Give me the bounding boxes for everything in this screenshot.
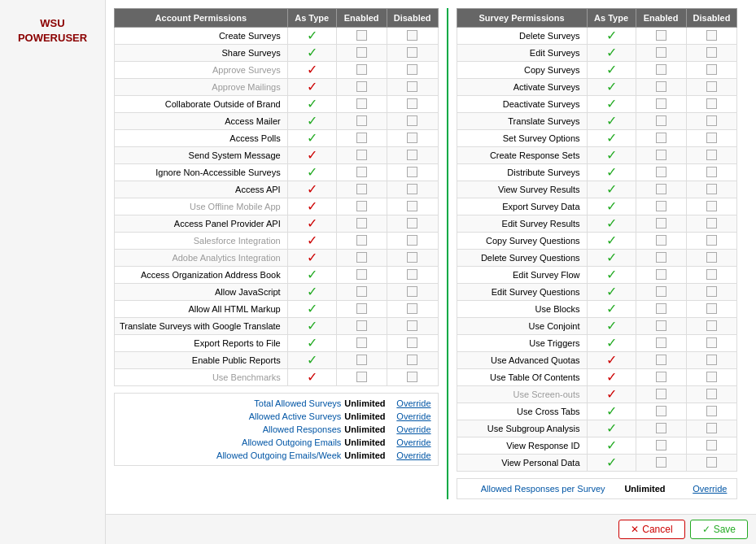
disabled-checkbox[interactable] [706,47,717,58]
enabled-checkbox[interactable] [656,64,666,75]
account-perm-disabled[interactable] [387,284,438,301]
survey-perm-type[interactable]: ✓ [587,164,636,181]
account-perm-disabled[interactable] [387,233,438,250]
enabled-checkbox[interactable] [656,423,666,433]
account-perm-enabled[interactable] [336,233,387,250]
account-perm-enabled[interactable] [336,62,387,79]
override-link[interactable]: Override [396,424,430,434]
disabled-checkbox[interactable] [407,115,417,126]
survey-perm-enabled[interactable] [636,437,686,455]
disabled-checkbox[interactable] [407,150,417,160]
account-perm-type[interactable]: ✓ [287,96,336,113]
account-perm-disabled[interactable] [387,147,438,164]
disabled-checkbox[interactable] [706,286,717,297]
disabled-checkbox[interactable] [407,337,417,348]
enabled-checkbox[interactable] [656,115,666,126]
account-perm-disabled[interactable] [387,301,438,318]
survey-perm-type[interactable]: ✓ [587,267,636,284]
enabled-checkbox[interactable] [656,30,666,41]
survey-perm-type[interactable]: ✓ [587,113,636,130]
survey-perm-type[interactable]: ✓ [587,335,636,352]
account-perm-type[interactable]: ✓ [287,28,336,45]
survey-perm-disabled[interactable] [686,79,737,96]
survey-perm-disabled[interactable] [686,164,737,181]
survey-perm-disabled[interactable] [686,267,737,284]
survey-perm-type[interactable]: ✓ [587,250,636,267]
account-perm-disabled[interactable] [387,113,438,130]
survey-perm-enabled[interactable] [636,420,686,437]
account-perm-enabled[interactable] [336,28,387,45]
enabled-checkbox[interactable] [356,98,367,109]
survey-perm-enabled[interactable] [636,147,686,164]
survey-perm-type[interactable]: ✓ [587,455,636,472]
disabled-checkbox[interactable] [706,355,717,365]
disabled-checkbox[interactable] [407,98,417,109]
survey-perm-enabled[interactable] [636,198,686,215]
account-perm-type[interactable]: ✓ [287,79,336,96]
survey-perm-disabled[interactable] [686,455,737,472]
survey-perm-enabled[interactable] [636,28,686,45]
disabled-checkbox[interactable] [706,235,717,246]
account-perm-enabled[interactable] [336,198,387,215]
account-perm-type[interactable]: ✓ [287,147,336,164]
account-perm-enabled[interactable] [336,301,387,318]
survey-perm-enabled[interactable] [636,164,686,181]
disabled-checkbox[interactable] [706,133,717,143]
survey-perm-enabled[interactable] [636,250,686,267]
survey-perm-enabled[interactable] [636,284,686,301]
enabled-checkbox[interactable] [656,440,666,450]
disabled-checkbox[interactable] [407,286,417,297]
account-perm-type[interactable]: ✓ [287,181,336,198]
survey-perm-disabled[interactable] [686,45,737,62]
disabled-checkbox[interactable] [706,64,717,75]
survey-perm-enabled[interactable] [636,62,686,79]
survey-perm-enabled[interactable] [636,318,686,335]
survey-perm-type[interactable]: ✓ [587,420,636,437]
survey-perm-type[interactable]: ✓ [587,198,636,215]
account-perm-type[interactable]: ✓ [287,335,336,352]
disabled-checkbox[interactable] [407,252,417,263]
enabled-checkbox[interactable] [656,457,666,468]
disabled-checkbox[interactable] [706,440,717,450]
enabled-checkbox[interactable] [356,184,367,194]
override-link[interactable]: Override [396,398,430,408]
account-perm-disabled[interactable] [387,181,438,198]
account-perm-type[interactable]: ✓ [287,215,336,233]
disabled-checkbox[interactable] [706,30,717,41]
account-perm-enabled[interactable] [336,267,387,284]
enabled-checkbox[interactable] [356,64,367,75]
survey-override-link[interactable]: Override [693,484,727,494]
disabled-checkbox[interactable] [706,406,717,416]
survey-perm-enabled[interactable] [636,335,686,352]
disabled-checkbox[interactable] [407,30,417,41]
survey-perm-type[interactable]: ✓ [587,352,636,369]
disabled-checkbox[interactable] [706,303,717,314]
account-perm-type[interactable]: ✓ [287,369,336,386]
survey-perm-enabled[interactable] [636,301,686,318]
disabled-checkbox[interactable] [706,269,717,280]
survey-perm-disabled[interactable] [686,437,737,455]
survey-perm-disabled[interactable] [686,181,737,198]
disabled-checkbox[interactable] [706,184,717,194]
survey-perm-disabled[interactable] [686,215,737,233]
survey-perm-disabled[interactable] [686,130,737,147]
survey-perm-disabled[interactable] [686,403,737,420]
disabled-checkbox[interactable] [706,457,717,468]
account-perm-type[interactable]: ✓ [287,318,336,335]
account-perm-enabled[interactable] [336,215,387,233]
account-perm-type[interactable]: ✓ [287,130,336,147]
survey-perm-type[interactable]: ✓ [587,233,636,250]
enabled-checkbox[interactable] [656,235,666,246]
survey-perm-disabled[interactable] [686,335,737,352]
account-perm-type[interactable]: ✓ [287,113,336,130]
survey-perm-type[interactable]: ✓ [587,147,636,164]
enabled-checkbox[interactable] [656,167,666,177]
survey-perm-enabled[interactable] [636,79,686,96]
disabled-checkbox[interactable] [706,201,717,211]
account-perm-enabled[interactable] [336,147,387,164]
disabled-checkbox[interactable] [407,167,417,177]
survey-perm-type[interactable]: ✓ [587,28,636,45]
survey-perm-enabled[interactable] [636,181,686,198]
account-perm-enabled[interactable] [336,130,387,147]
cancel-button[interactable]: ✕ Cancel [618,520,684,539]
